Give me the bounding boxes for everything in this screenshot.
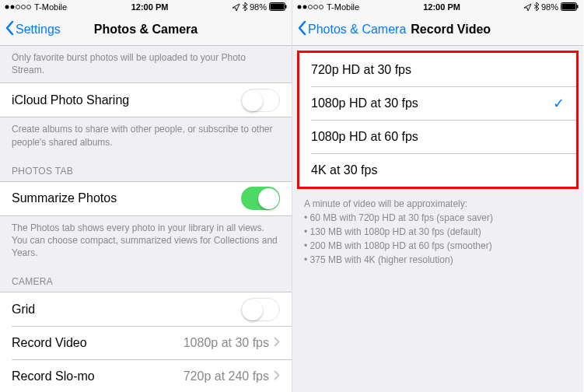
icloud-toggle[interactable]	[241, 89, 280, 112]
content-scroll[interactable]: Only favorite burst photos will be uploa…	[0, 46, 292, 392]
back-button[interactable]: Settings	[0, 20, 61, 39]
svg-point-11	[314, 5, 318, 9]
option-1080p-30[interactable]: 1080p HD at 30 fps ✓	[299, 86, 576, 120]
svg-point-12	[320, 5, 323, 9]
svg-point-2	[16, 5, 20, 9]
cell-label: 1080p HD at 60 fps	[311, 130, 418, 144]
record-video-cell[interactable]: Record Video 1080p at 30 fps	[0, 326, 292, 359]
battery-icon	[269, 2, 287, 11]
svg-point-4	[27, 5, 31, 9]
option-4k-30[interactable]: 4K at 30 fps	[299, 153, 576, 187]
content-scroll[interactable]: 720p HD at 30 fps 1080p HD at 30 fps ✓ 1…	[292, 46, 583, 392]
svg-point-10	[309, 5, 313, 9]
checkmark-icon: ✓	[553, 95, 565, 112]
cell-label: 1080p HD at 30 fps	[311, 96, 418, 110]
info-header: A minute of video will be approximately:	[304, 198, 467, 209]
cell-label: Grid	[12, 303, 35, 317]
info-line: • 60 MB with 720p HD at 30 fps (space sa…	[304, 211, 572, 225]
nav-bar: Photos & Camera Record Video	[292, 13, 583, 46]
cell-label: 720p HD at 30 fps	[311, 63, 411, 77]
record-slomo-cell[interactable]: Record Slo-mo 720p at 240 fps	[0, 359, 292, 392]
signal-dots-icon	[5, 5, 31, 9]
status-time: 12:00 PM	[131, 2, 169, 12]
info-line: • 130 MB with 1080p HD at 30 fps (defaul…	[304, 225, 572, 239]
summarize-photos-cell[interactable]: Summarize Photos	[0, 182, 292, 215]
carrier-label: T-Mobile	[327, 2, 359, 12]
chevron-left-icon	[5, 20, 14, 39]
summarize-footer: The Photos tab shows every photo in your…	[0, 216, 292, 266]
battery-percent: 98%	[541, 2, 558, 12]
signal-dots-icon	[297, 5, 323, 9]
option-720p-30[interactable]: 720p HD at 30 fps	[299, 53, 576, 86]
cell-label: Record Slo-mo	[12, 369, 95, 383]
cell-label: iCloud Photo Sharing	[12, 93, 129, 107]
chevron-right-icon	[274, 336, 280, 350]
highlight-box: 720p HD at 30 fps 1080p HD at 30 fps ✓ 1…	[297, 51, 579, 189]
icloud-photo-sharing-cell[interactable]: iCloud Photo Sharing	[0, 83, 292, 117]
info-line: • 200 MB with 1080p HD at 60 fps (smooth…	[304, 239, 572, 253]
svg-point-3	[22, 5, 26, 9]
bluetooth-icon	[243, 2, 247, 11]
battery-percent: 98%	[250, 2, 267, 12]
page-title: Record Video	[411, 23, 491, 37]
nav-bar: Settings Photos & Camera	[0, 13, 292, 46]
chevron-right-icon	[274, 369, 280, 383]
svg-rect-14	[561, 4, 575, 10]
grid-toggle[interactable]	[241, 298, 280, 321]
back-label: Settings	[16, 23, 61, 37]
grid-cell[interactable]: Grid	[0, 292, 292, 326]
svg-rect-7	[285, 5, 287, 9]
location-arrow-icon	[524, 3, 532, 11]
cell-value: 1080p at 30 fps	[184, 336, 269, 350]
status-time: 12:00 PM	[423, 2, 460, 12]
camera-header: CAMERA	[0, 265, 292, 292]
carrier-label: T-Mobile	[34, 2, 67, 12]
info-line: • 375 MB with 4K (higher resolution)	[304, 253, 572, 267]
back-button[interactable]: Photos & Camera	[292, 20, 406, 39]
svg-point-0	[5, 5, 9, 9]
cell-label: Summarize Photos	[12, 191, 117, 205]
icloud-footer: Create albums to share with other people…	[0, 117, 292, 154]
summarize-toggle[interactable]	[241, 187, 280, 210]
battery-icon	[561, 2, 579, 11]
status-bar: T-Mobile 12:00 PM 98%	[292, 0, 583, 13]
cell-label: Record Video	[12, 336, 87, 350]
option-1080p-60[interactable]: 1080p HD at 60 fps	[299, 120, 576, 153]
bluetooth-icon	[534, 2, 539, 11]
photos-tab-header: PHOTOS TAB	[0, 155, 292, 181]
chevron-left-icon	[297, 20, 306, 39]
screen-photos-camera: T-Mobile 12:00 PM 98% Settings Photos & …	[0, 0, 292, 392]
cell-label: 4K at 30 fps	[311, 163, 377, 177]
svg-point-8	[298, 5, 302, 9]
video-size-info: A minute of video will be approximately:…	[292, 189, 583, 275]
cell-value: 720p at 240 fps	[184, 369, 269, 383]
status-bar: T-Mobile 12:00 PM 98%	[0, 0, 292, 13]
svg-point-1	[11, 5, 15, 9]
svg-point-9	[303, 5, 307, 9]
svg-rect-6	[270, 4, 284, 10]
screen-record-video: T-Mobile 12:00 PM 98% Photos & Camera Re…	[292, 0, 583, 392]
svg-rect-15	[577, 5, 579, 9]
back-label: Photos & Camera	[308, 23, 406, 37]
location-arrow-icon	[233, 3, 240, 11]
burst-footer: Only favorite burst photos will be uploa…	[0, 46, 292, 82]
